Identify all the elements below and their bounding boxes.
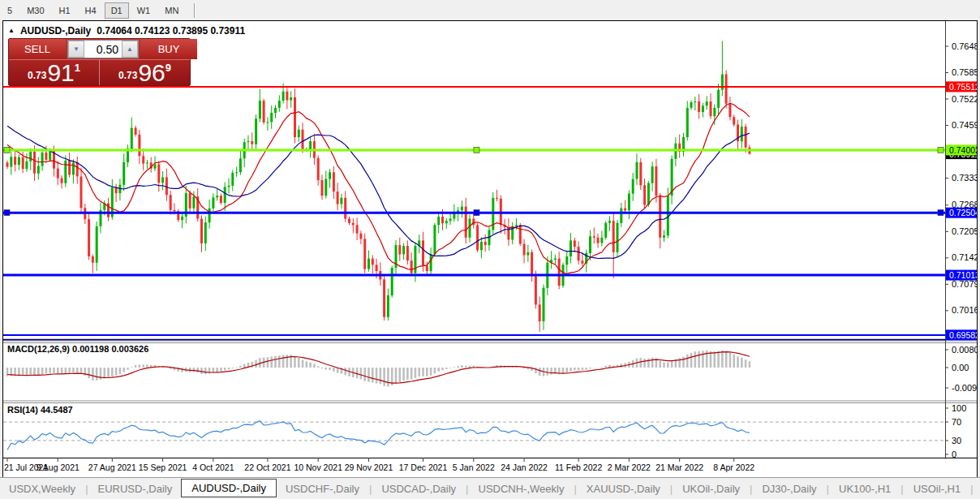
svg-text:0.69582: 0.69582 <box>949 330 977 340</box>
buy-price-display[interactable]: 0.73 96 9 <box>100 60 190 85</box>
timeframe-button-w1[interactable]: W1 <box>131 2 157 19</box>
svg-text:9 Aug 2021: 9 Aug 2021 <box>37 462 80 472</box>
volume-up-icon[interactable]: ▲ <box>122 41 138 58</box>
timeframe-button-h1[interactable]: H1 <box>53 2 77 19</box>
tab-hk50-h1[interactable]: HK50-,H1 <box>974 480 980 497</box>
svg-text:0.70165: 0.70165 <box>952 305 977 315</box>
svg-text:0.71425: 0.71425 <box>952 252 977 262</box>
svg-text:0.75220: 0.75220 <box>952 94 977 104</box>
svg-text:0.71013: 0.71013 <box>949 270 977 280</box>
tab-usdchf-daily[interactable]: USDCHF-,Daily <box>277 480 368 497</box>
chart-symbol-label: AUDUSD-,Daily <box>20 25 91 37</box>
tab-usdx-weekly[interactable]: USDX,Weekly <box>0 480 84 497</box>
volume-input[interactable] <box>84 41 122 58</box>
tab-uk100-h1[interactable]: UK100-,H1 <box>830 480 900 497</box>
svg-text:24 Jan 2022: 24 Jan 2022 <box>501 462 548 472</box>
tab-dj30-daily[interactable]: DJ30-,Daily <box>753 480 825 497</box>
svg-text:0.75850: 0.75850 <box>952 67 977 77</box>
svg-text:21 Mar 2022: 21 Mar 2022 <box>655 462 703 472</box>
timeframe-button-5[interactable]: 5 <box>1 2 19 19</box>
tab-eurusd-daily[interactable]: EURUSD-,Daily <box>89 480 182 497</box>
buy-price-sup: 9 <box>165 62 171 74</box>
tab-audusd-daily[interactable]: AUDUSD-,Daily <box>181 479 277 497</box>
tab-usdcad-daily[interactable]: USDCAD-,Daily <box>372 480 465 497</box>
svg-text:0.00: 0.00 <box>952 363 969 372</box>
sell-price-big: 91 <box>47 62 74 84</box>
tab-ukoil-daily[interactable]: UKOil-,Daily <box>673 480 749 497</box>
timeframe-button-d1[interactable]: D1 <box>105 2 129 19</box>
svg-text:30: 30 <box>952 436 961 445</box>
sell-button[interactable]: SELL <box>9 39 66 59</box>
timeframe-button-m30[interactable]: M30 <box>20 2 50 19</box>
tab-usoil-h1[interactable]: USOil-,H1 <box>905 480 970 497</box>
timeframe-button-h4[interactable]: H4 <box>79 2 103 19</box>
buy-price-prefix: 0.73 <box>118 67 137 84</box>
chart-title: ▲ AUDUSD-,Daily 0.74064 0.74123 0.73895 … <box>8 25 245 37</box>
svg-text:0.76480: 0.76480 <box>952 41 977 51</box>
tab-usdcnh-weekly[interactable]: USDCNH-,Weekly <box>470 480 574 497</box>
svg-text:2 Mar 2022: 2 Mar 2022 <box>608 462 651 472</box>
buy-button[interactable]: BUY <box>140 39 197 59</box>
chart-ohlc-values: 0.74064 0.74123 0.73895 0.73911 <box>97 25 245 37</box>
svg-text:0.73330: 0.73330 <box>952 173 977 183</box>
svg-text:100: 100 <box>952 403 966 413</box>
timeframe-button-mn[interactable]: MN <box>158 2 185 19</box>
chart-tab-bar: USDX,Weekly|EURUSD-,DailyAUDUSD-,DailyUS… <box>0 477 980 499</box>
svg-text:8 Apr 2022: 8 Apr 2022 <box>713 462 754 472</box>
volume-down-icon[interactable]: ▼ <box>68 41 84 58</box>
chart-window: 0.764800.758500.752200.745900.733300.726… <box>2 20 978 478</box>
svg-text:11 Feb 2022: 11 Feb 2022 <box>555 462 602 472</box>
svg-text:0.74590: 0.74590 <box>952 120 977 130</box>
svg-text:5 Jan 2022: 5 Jan 2022 <box>453 462 495 472</box>
rsi-indicator-label: RSI(14) 44.5487 <box>7 405 73 415</box>
symbol-collapse-icon[interactable]: ▲ <box>8 27 15 34</box>
svg-text:0.72504: 0.72504 <box>949 208 977 217</box>
svg-text:22 Oct 2021: 22 Oct 2021 <box>244 462 290 472</box>
svg-text:0.008061: 0.008061 <box>952 345 977 355</box>
timeframe-toolbar: 5M30H1H4D1W1MN <box>0 0 980 20</box>
toolbar-separator <box>194 3 196 18</box>
buy-price-big: 96 <box>138 62 165 84</box>
sell-price-sup: 1 <box>75 62 80 74</box>
svg-text:0.74002: 0.74002 <box>949 145 977 155</box>
svg-text:15 Sep 2021: 15 Sep 2021 <box>139 462 187 472</box>
sell-price-display[interactable]: 0.73 91 1 <box>9 60 100 85</box>
svg-text:27 Aug 2021: 27 Aug 2021 <box>88 462 136 472</box>
svg-text:4 Oct 2021: 4 Oct 2021 <box>192 462 234 472</box>
sell-price-prefix: 0.73 <box>28 67 46 84</box>
volume-spinner: ▼ ▲ <box>67 40 139 58</box>
svg-text:70: 70 <box>952 417 961 427</box>
macd-indicator-label: MACD(12,26,9) 0.001198 0.003626 <box>7 344 148 354</box>
svg-text:-0.009286: -0.009286 <box>952 383 977 393</box>
one-click-trading-widget: SELL ▼ ▲ BUY 0.73 91 1 0.73 96 9 <box>8 38 191 86</box>
svg-text:0.75512: 0.75512 <box>949 82 977 92</box>
svg-text:10 Nov 2021: 10 Nov 2021 <box>294 462 342 472</box>
mt4-terminal: 5M30H1H4D1W1MN 0.764800.758500.752200.74… <box>0 0 980 499</box>
chart-canvas[interactable]: 0.764800.758500.752200.745900.733300.726… <box>3 21 977 476</box>
svg-text:29 Nov 2021: 29 Nov 2021 <box>345 462 393 472</box>
tab-xauusd-daily[interactable]: XAUUSD-,Daily <box>578 480 669 497</box>
svg-text:0: 0 <box>952 450 956 459</box>
svg-text:17 Dec 2021: 17 Dec 2021 <box>399 462 448 472</box>
svg-text:0.72055: 0.72055 <box>952 226 977 236</box>
